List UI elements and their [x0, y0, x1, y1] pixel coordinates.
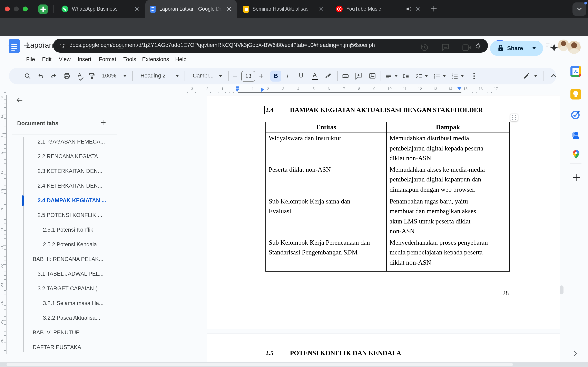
table-cell[interactable]: Memudahkan distribusi media pembelajaran…	[387, 133, 509, 164]
font-select[interactable]: Cambr...	[193, 73, 214, 79]
google-contacts-icon[interactable]	[571, 130, 581, 140]
bulleted-list-icon[interactable]	[433, 72, 441, 80]
section-heading-text[interactable]: DAMPAK KEGIATAN AKTUALISASI DENGAN STAKE…	[290, 106, 483, 114]
outline-item[interactable]: 2.1. GAGASAN PEMECA...	[38, 137, 105, 147]
more-options-kebab-icon[interactable]	[470, 72, 478, 80]
maximize-window-button[interactable]	[23, 7, 28, 11]
meet-video-call-icon[interactable]	[462, 44, 472, 51]
new-tab-button[interactable]	[430, 5, 438, 13]
search-menus-icon[interactable]	[24, 72, 31, 80]
redo-icon[interactable]	[50, 72, 58, 80]
decrease-font-size-icon[interactable]	[232, 72, 238, 80]
url-text[interactable]: docs.google.com/document/d/1jZY1AGc7udo1…	[69, 42, 375, 48]
ruler-right-indent-marker[interactable]	[457, 87, 461, 90]
cloud-saved-icon[interactable]	[117, 44, 124, 50]
menu-extensions[interactable]: Extensions	[140, 55, 171, 64]
document-page-2[interactable]	[207, 334, 560, 363]
font-size-input[interactable]: 13	[241, 71, 255, 82]
print-icon[interactable]	[63, 72, 71, 80]
tab-audio-icon[interactable]	[406, 6, 412, 12]
outline-item-active[interactable]: 2.4 DAMPAK KEGIATAN ...	[38, 196, 106, 206]
menu-help[interactable]: Help	[173, 55, 188, 64]
tab-search-button[interactable]	[572, 2, 586, 16]
section-heading-number-2[interactable]: 2.5	[265, 350, 274, 357]
tab-laporan-latsar-active[interactable]: Laporan Latsar - Google Docs	[145, 0, 237, 18]
outline-item[interactable]: 2.5 POTENSI KONFLIK ...	[38, 210, 102, 220]
insert-image-icon[interactable]	[368, 72, 376, 80]
google-calendar-icon[interactable]: 31	[571, 66, 581, 77]
table-header-entitas[interactable]: Entitas	[266, 122, 387, 133]
font-caret-icon[interactable]	[219, 75, 222, 77]
minimize-window-button[interactable]	[14, 7, 19, 11]
version-history-icon[interactable]	[420, 43, 429, 52]
insert-link-icon[interactable]	[341, 73, 350, 80]
close-tab-icon[interactable]	[319, 7, 323, 11]
underline-button[interactable]: U	[299, 72, 303, 79]
close-tab-icon[interactable]	[135, 7, 139, 11]
table-cell[interactable]: Memudahkan akses ke media-media pembelaj…	[387, 164, 509, 196]
outline-item[interactable]: DAFTAR PUSTAKA	[33, 342, 81, 352]
checklist-icon[interactable]	[415, 72, 423, 80]
google-docs-logo[interactable]	[9, 39, 20, 53]
menu-view[interactable]: View	[57, 55, 72, 64]
zoom-select[interactable]: 100%	[102, 73, 116, 79]
menu-file[interactable]: File	[25, 55, 37, 64]
outline-item[interactable]: 3.2.2 Pasca Aktualisa...	[43, 313, 100, 323]
menu-tools[interactable]: Tools	[122, 55, 138, 64]
ruler-left-indent-marker[interactable]	[236, 89, 239, 92]
undo-icon[interactable]	[37, 72, 44, 80]
highlight-color-icon[interactable]	[324, 72, 332, 80]
tab-seminar-hasil[interactable]: Seminar Hasil Aktualisasi - G	[238, 0, 329, 18]
outline-item[interactable]: BAB IV: PENUTUP	[33, 328, 80, 338]
close-tab-icon[interactable]	[227, 7, 231, 11]
numbered-list-caret-icon[interactable]	[461, 75, 464, 77]
checklist-caret-icon[interactable]	[425, 75, 428, 77]
outline-item[interactable]: 2.5.2 Potensi Kendala	[43, 240, 97, 250]
bold-button-active[interactable]: B	[270, 71, 281, 82]
google-maps-icon[interactable]	[571, 149, 581, 160]
close-tab-icon[interactable]	[416, 7, 420, 11]
table-cell[interactable]: Menyederhanakan proses penyebaran media …	[387, 237, 509, 271]
ruler-left-margin-marker[interactable]	[236, 86, 239, 89]
style-caret-icon[interactable]	[176, 75, 179, 77]
table-cell[interactable]: Sub Kelompok Kerja Perencanaan dan Stand…	[266, 237, 387, 271]
comments-icon[interactable]	[441, 43, 450, 52]
bulleted-list-caret-icon[interactable]	[443, 75, 446, 77]
share-button[interactable]: Share	[490, 41, 543, 56]
numbered-list-icon[interactable]: 123	[451, 72, 458, 80]
outline-item[interactable]: 3.2 TARGET CAPAIAN (...	[38, 284, 102, 294]
menu-insert[interactable]: Insert	[76, 55, 93, 64]
move-to-folder-icon[interactable]	[102, 44, 109, 50]
google-keep-icon[interactable]	[571, 89, 581, 100]
outline-item[interactable]: 3.1 TABEL JADWAL PEL...	[38, 269, 104, 279]
ruler-first-line-indent-marker[interactable]	[261, 88, 264, 92]
page-number[interactable]: 28	[468, 290, 509, 297]
document-title[interactable]: Laporan Latsar	[26, 41, 76, 50]
outline-item[interactable]: 2.3 KETERKAITAN DEN...	[38, 166, 103, 176]
outline-item[interactable]: 2.2 RENCANA KEGIATA...	[38, 152, 103, 161]
share-dropdown-caret-icon[interactable]	[532, 47, 536, 49]
google-tasks-icon[interactable]	[571, 109, 581, 120]
table-header-dampak[interactable]: Dampak	[387, 122, 509, 133]
add-tab-plus-icon[interactable]	[100, 119, 107, 126]
meet-dropdown-caret-icon[interactable]	[477, 47, 480, 49]
outline-item[interactable]: 2.4 KETERKAITAN DEN...	[38, 181, 103, 191]
star-document-icon[interactable]	[87, 43, 94, 50]
pinned-tab-icon[interactable]	[38, 4, 48, 14]
text-color-button[interactable]: A	[313, 72, 317, 78]
menu-format[interactable]: Format	[97, 55, 118, 64]
back-arrow-icon[interactable]	[16, 96, 24, 104]
editing-mode-pencil-icon[interactable]	[523, 72, 531, 80]
editing-mode-caret-icon[interactable]	[534, 75, 537, 77]
section-heading-number[interactable]: 2.4	[265, 106, 274, 114]
close-window-button[interactable]	[5, 7, 10, 11]
hide-menus-chevron-icon[interactable]	[550, 73, 557, 79]
gemini-spark-icon[interactable]	[549, 42, 559, 53]
section-heading-text-2[interactable]: POTENSI KONFLIK DAN KENDALA	[290, 350, 401, 357]
browser-profile-avatar[interactable]	[558, 40, 569, 51]
outline-item[interactable]: 2.5.1 Potensi Konflik	[43, 225, 93, 235]
table-drag-handle-icon[interactable]	[510, 114, 518, 121]
zoom-caret-icon[interactable]	[123, 75, 127, 77]
line-spacing-icon[interactable]	[402, 72, 410, 80]
paint-format-icon[interactable]	[88, 72, 96, 80]
